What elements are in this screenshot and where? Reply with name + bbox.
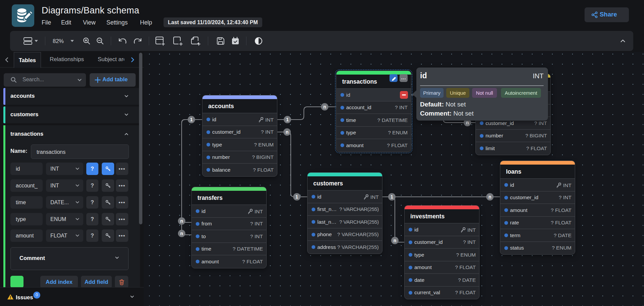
svg-text:1: 1 <box>286 117 289 122</box>
svg-text:n: n <box>286 129 289 135</box>
svg-text:n: n <box>466 120 469 125</box>
svg-text:n: n <box>394 238 397 243</box>
svg-text:1: 1 <box>190 117 193 122</box>
svg-text:1: 1 <box>390 194 393 200</box>
svg-text:n: n <box>323 104 326 110</box>
svg-text:n: n <box>180 218 183 224</box>
svg-text:n: n <box>180 231 183 236</box>
svg-text:n: n <box>489 194 492 200</box>
svg-text:1: 1 <box>295 194 298 200</box>
